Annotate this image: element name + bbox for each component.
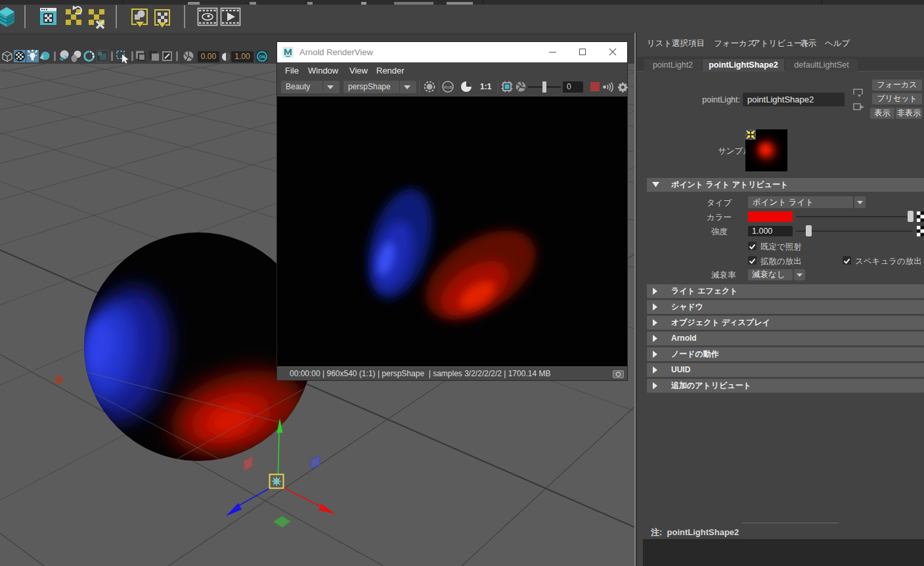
svg-text:RGB: RGB (443, 85, 452, 89)
svg-text:ON: ON (259, 54, 265, 59)
svg-text:1:1: 1:1 (480, 82, 492, 91)
